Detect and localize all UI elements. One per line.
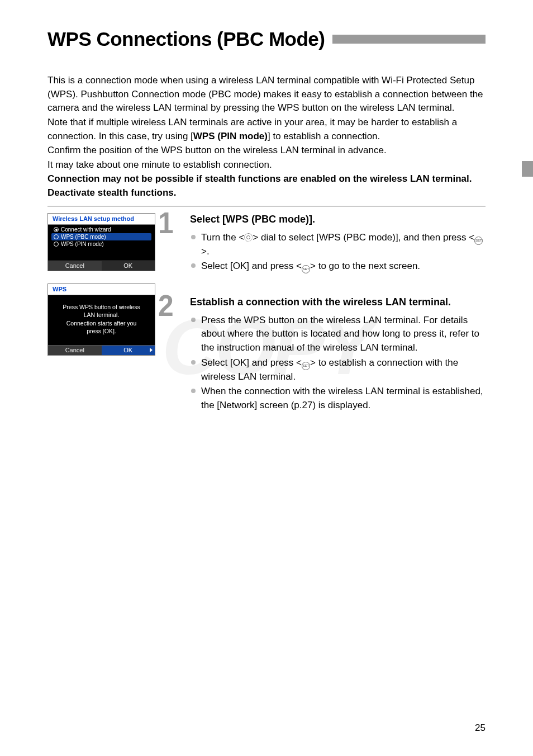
shot2-title: WPS (48, 284, 155, 295)
page-title: WPS Connections (PBC Mode) (47, 28, 325, 50)
step2-bullet-3: When the connection with the wireless LA… (190, 385, 486, 412)
shot2-message: Press WPS button of wireless LAN termina… (48, 295, 155, 345)
step-1: Wireless LAN setup method Connect with w… (47, 213, 486, 413)
step2-bullet-2: Select [OK] and press <SET> to establish… (190, 356, 486, 384)
intro-p1: This is a connection mode when using a w… (47, 74, 486, 115)
set-icon: SET (302, 265, 310, 273)
step1-bullet-2: Select [OK] and press <SET> to go to the… (190, 259, 486, 273)
shot2-cancel: Cancel (48, 346, 102, 355)
step2-bullet-1: Press the WPS button on the wireless LAN… (190, 314, 486, 355)
radio-empty-icon (54, 242, 59, 247)
set-icon: SET (474, 237, 483, 245)
shot1-opt-wizard: Connect with wizard (51, 226, 151, 233)
arrow-right-icon (150, 348, 153, 352)
shot1-opt-pin: WPS (PIN mode) (51, 240, 151, 248)
intro-p3: Confirm the position of the WPS button o… (47, 144, 486, 158)
step2-heading: Establish a connection with the wireless… (190, 296, 486, 309)
step-number-1: 1 (158, 205, 173, 240)
page-number: 25 (475, 722, 486, 734)
camera-screenshot-setup-method: Wireless LAN setup method Connect with w… (47, 213, 155, 271)
intro-block: This is a connection mode when using a w… (47, 74, 486, 200)
step1-heading: Select [WPS (PBC mode)]. (190, 213, 486, 226)
camera-screenshot-wps: WPS Press WPS button of wireless LAN ter… (47, 284, 155, 356)
intro-p4: It may take about one minute to establis… (47, 158, 486, 172)
title-row: WPS Connections (PBC Mode) (47, 28, 486, 50)
radio-filled-icon (54, 227, 59, 232)
section-side-tab (522, 161, 533, 177)
intro-p5: Connection may not be possible if stealt… (47, 172, 486, 200)
divider (47, 206, 486, 207)
intro-p2: Note that if multiple wireless LAN termi… (47, 116, 486, 143)
step-number-2: 2 (158, 288, 173, 323)
shot2-ok: OK (102, 346, 155, 355)
dial-icon (244, 233, 253, 242)
title-rule (332, 35, 486, 44)
radio-empty-icon (54, 234, 59, 239)
set-icon: SET (302, 362, 310, 370)
step1-bullet-1: Turn the <> dial to select [WPS (PBC mod… (190, 231, 486, 259)
shot1-ok: OK (102, 261, 155, 271)
shot1-title: Wireless LAN setup method (48, 214, 155, 225)
shot1-cancel: Cancel (48, 261, 102, 271)
shot1-opt-pbc: WPS (PBC mode) (51, 233, 151, 240)
